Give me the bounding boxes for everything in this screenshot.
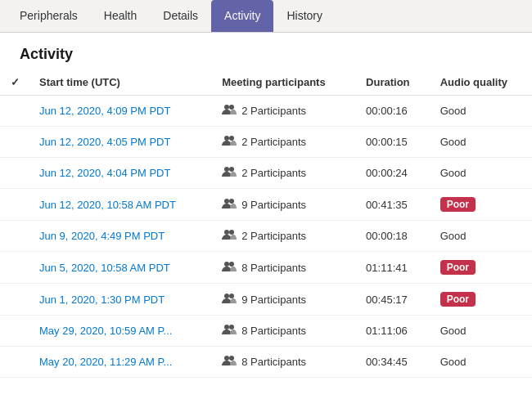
participants-count: 9 Participants: [241, 294, 306, 306]
participants-icon: [222, 198, 237, 212]
table-row[interactable]: Jun 12, 2020, 4:09 PM PDT 2 Participants…: [0, 96, 532, 127]
table-row[interactable]: Jun 12, 2020, 4:04 PM PDT 2 Participants…: [0, 158, 532, 189]
row-start-time[interactable]: May 29, 2020, 10:59 AM P...: [29, 316, 212, 347]
svg-point-9: [229, 230, 234, 235]
row-duration: 00:41:35: [356, 189, 431, 221]
row-duration: 01:11:06: [356, 316, 431, 347]
start-time-link[interactable]: Jun 12, 2020, 4:04 PM PDT: [39, 167, 170, 179]
poor-badge: Poor: [440, 292, 476, 307]
row-participants: 8 Participants: [212, 316, 356, 347]
svg-point-2: [224, 136, 229, 141]
row-start-time[interactable]: May 20, 2020, 11:29 AM P...: [29, 347, 212, 378]
table-row[interactable]: Jun 9, 2020, 4:49 PM PDT 2 Participants0…: [0, 221, 532, 252]
section-title: Activity: [0, 33, 532, 70]
participants-icon: [222, 293, 237, 307]
row-check: [0, 221, 29, 252]
tab-health[interactable]: Health: [91, 0, 150, 32]
row-participants: 9 Participants: [212, 189, 356, 221]
row-audio-quality: Good: [431, 158, 532, 189]
row-check: [0, 158, 29, 189]
row-check: [0, 127, 29, 158]
table-row[interactable]: Jun 5, 2020, 10:58 AM PDT 8 Participants…: [0, 252, 532, 284]
col-header-check: ✓: [0, 70, 29, 96]
table-row[interactable]: Jun 12, 2020, 10:58 AM PDT 9 Participant…: [0, 189, 532, 221]
svg-point-6: [224, 199, 229, 204]
tab-history[interactable]: History: [273, 0, 336, 32]
col-header-duration: Duration: [356, 70, 431, 96]
row-check: [0, 347, 29, 378]
row-check: [0, 284, 29, 316]
svg-point-5: [229, 167, 234, 172]
row-start-time[interactable]: Jun 12, 2020, 4:05 PM PDT: [29, 127, 212, 158]
col-header-participants: Meeting participants: [212, 70, 356, 96]
tab-activity[interactable]: Activity: [211, 0, 273, 32]
participants-count: 8 Participants: [241, 356, 306, 368]
svg-point-4: [224, 167, 229, 172]
row-duration: 00:45:17: [356, 284, 431, 316]
row-participants: 2 Participants: [212, 221, 356, 252]
row-duration: 00:00:18: [356, 221, 431, 252]
row-audio-quality: Good: [431, 96, 532, 127]
row-duration: 00:00:16: [356, 96, 431, 127]
participants-icon: [222, 355, 237, 369]
tab-peripherals[interactable]: Peripherals: [7, 0, 91, 32]
row-participants: 2 Participants: [212, 127, 356, 158]
start-time-link[interactable]: Jun 12, 2020, 4:05 PM PDT: [39, 136, 170, 148]
start-time-link[interactable]: May 29, 2020, 10:59 AM P...: [39, 325, 172, 337]
row-start-time[interactable]: Jun 12, 2020, 4:09 PM PDT: [29, 96, 212, 127]
start-time-link[interactable]: Jun 1, 2020, 1:30 PM PDT: [39, 294, 165, 306]
row-participants: 8 Participants: [212, 252, 356, 284]
participants-count: 2 Participants: [241, 167, 306, 179]
svg-point-11: [229, 262, 234, 267]
row-participants: 9 Participants: [212, 284, 356, 316]
svg-point-7: [229, 199, 234, 204]
participants-icon: [222, 324, 237, 338]
row-audio-quality: Poor: [431, 284, 532, 316]
row-audio-quality: Poor: [431, 189, 532, 221]
svg-point-10: [224, 262, 229, 267]
table-row[interactable]: May 20, 2020, 11:29 AM P... 8 Participan…: [0, 347, 532, 378]
row-start-time[interactable]: Jun 12, 2020, 4:04 PM PDT: [29, 158, 212, 189]
svg-point-0: [224, 105, 229, 110]
start-time-link[interactable]: Jun 5, 2020, 10:58 AM PDT: [39, 262, 170, 274]
start-time-link[interactable]: Jun 12, 2020, 4:09 PM PDT: [39, 105, 170, 117]
svg-point-15: [229, 325, 234, 330]
row-check: [0, 189, 29, 221]
tab-details[interactable]: Details: [150, 0, 211, 32]
svg-point-1: [229, 105, 234, 110]
participants-icon: [222, 166, 237, 180]
participants-count: 2 Participants: [241, 136, 306, 148]
row-duration: 00:00:24: [356, 158, 431, 189]
main-content: Activity ✓Start time (UTC)Meeting partic…: [0, 33, 532, 417]
row-audio-quality: Good: [431, 127, 532, 158]
start-time-link[interactable]: Jun 9, 2020, 4:49 PM PDT: [39, 230, 165, 242]
start-time-link[interactable]: May 20, 2020, 11:29 AM P...: [39, 356, 172, 368]
start-time-link[interactable]: Jun 12, 2020, 10:58 AM PDT: [39, 199, 176, 211]
participants-count: 9 Participants: [241, 199, 306, 211]
row-check: [0, 252, 29, 284]
check-icon: ✓: [11, 76, 20, 88]
row-participants: 2 Participants: [212, 96, 356, 127]
poor-badge: Poor: [440, 197, 476, 212]
participants-count: 8 Participants: [241, 262, 306, 274]
row-start-time[interactable]: Jun 12, 2020, 10:58 AM PDT: [29, 189, 212, 221]
table-row[interactable]: May 29, 2020, 10:59 AM P... 8 Participan…: [0, 316, 532, 347]
row-check: [0, 316, 29, 347]
row-duration: 01:11:41: [356, 252, 431, 284]
svg-point-17: [229, 356, 234, 361]
col-header-audio_quality: Audio quality: [431, 70, 532, 96]
activity-table-container: ✓Start time (UTC)Meeting participantsDur…: [0, 70, 532, 378]
table-row[interactable]: Jun 1, 2020, 1:30 PM PDT 9 Participants0…: [0, 284, 532, 316]
svg-point-16: [224, 356, 229, 361]
col-header-start_time: Start time (UTC): [29, 70, 212, 96]
row-check: [0, 96, 29, 127]
row-start-time[interactable]: Jun 5, 2020, 10:58 AM PDT: [29, 252, 212, 284]
row-audio-quality: Good: [431, 221, 532, 252]
tab-bar: PeripheralsHealthDetailsActivityHistory: [0, 0, 532, 33]
participants-icon: [222, 261, 237, 275]
table-row[interactable]: Jun 12, 2020, 4:05 PM PDT 2 Participants…: [0, 127, 532, 158]
row-start-time[interactable]: Jun 1, 2020, 1:30 PM PDT: [29, 284, 212, 316]
row-start-time[interactable]: Jun 9, 2020, 4:49 PM PDT: [29, 221, 212, 252]
svg-point-13: [229, 294, 234, 298]
participants-count: 2 Participants: [241, 230, 306, 242]
